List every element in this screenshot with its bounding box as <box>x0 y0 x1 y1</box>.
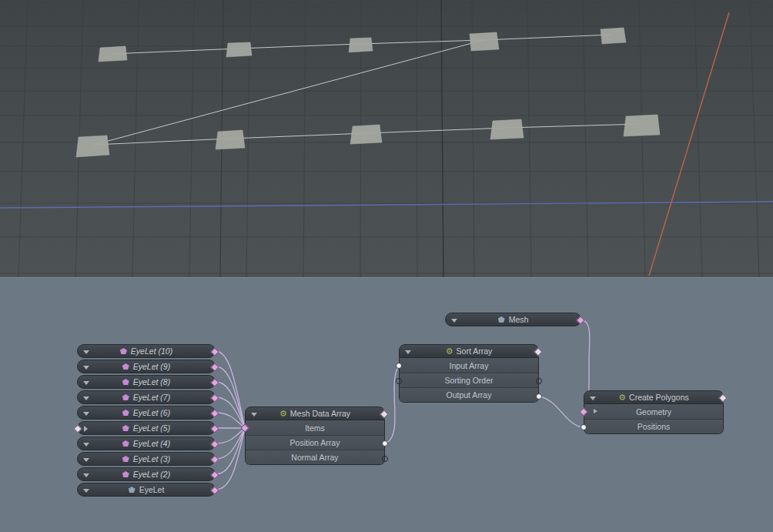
expand-subports-triangle-icon[interactable] <box>594 409 597 413</box>
port-label: Positions <box>637 422 671 431</box>
viewport-canvas[interactable] <box>0 0 773 277</box>
gear-icon: ⚙ <box>446 347 453 356</box>
mesh-instance-icon <box>122 456 129 462</box>
wire-positionarray-inputarray <box>385 366 399 443</box>
node-eyelet[interactable]: EyeLet <box>77 483 216 497</box>
node-title: Create Polygons <box>629 393 689 402</box>
collapse-triangle-icon[interactable] <box>83 381 89 385</box>
port-input-array[interactable]: Input Array <box>400 358 538 373</box>
collapse-triangle-icon[interactable] <box>83 473 89 477</box>
node-eyelet-8[interactable]: EyeLet (8) <box>77 375 216 389</box>
node-title: Mesh <box>509 315 529 324</box>
mesh-instance-icon <box>122 471 129 477</box>
collapse-triangle-icon[interactable] <box>451 319 457 323</box>
port-label: Input Array <box>450 361 489 370</box>
mesh-instance-icon <box>120 348 127 354</box>
wire-eyelet2-items <box>216 428 245 474</box>
node-title: Sort Array <box>457 346 493 356</box>
collapse-triangle-icon[interactable] <box>83 366 89 370</box>
node-eyelet-4[interactable]: EyeLet (4) <box>77 437 216 450</box>
mesh-instance-icon <box>122 410 129 416</box>
node-title: EyeLet (6) <box>133 408 170 417</box>
node-eyelet-2[interactable]: EyeLet (2) <box>77 467 216 481</box>
port-label: Normal Array <box>291 453 338 462</box>
port-items[interactable]: Items <box>246 420 384 435</box>
sorting-order-connector-circle[interactable] <box>536 378 542 384</box>
collapse-triangle-icon[interactable] <box>590 396 596 400</box>
mesh-instance-icon <box>122 363 129 370</box>
node-sort-array[interactable]: ⚙ Sort Array Input Array Sorting Order O… <box>399 344 539 403</box>
node-eyelet-6[interactable]: EyeLet (6) <box>77 406 216 420</box>
mesh-icon <box>498 316 505 323</box>
node-title: EyeLet (4) <box>133 439 170 448</box>
sorting-order-left-connector-circle[interactable] <box>396 378 402 384</box>
node-title: EyeLet <box>139 485 165 494</box>
wire-outputarray-positions <box>539 396 584 427</box>
normal-array-connector-circle[interactable] <box>382 456 388 462</box>
mesh-instance-icon <box>122 394 129 400</box>
node-mesh-data-array[interactable]: ⚙ Mesh Data Array Items Position Array N… <box>245 407 385 465</box>
port-label: Items <box>305 423 325 433</box>
node-eyelet-9[interactable]: EyeLet (9) <box>77 360 216 373</box>
viewport-3d[interactable] <box>0 0 773 277</box>
collapse-triangle-icon[interactable] <box>83 412 89 416</box>
port-label: Position Array <box>290 438 340 447</box>
mesh-instance-icon <box>122 440 129 447</box>
node-title: Mesh Data Array <box>290 409 350 418</box>
node-eyelet-10[interactable]: EyeLet (10) <box>77 344 216 358</box>
port-positions[interactable]: Positions <box>584 419 723 433</box>
port-geometry[interactable]: Geometry <box>584 404 723 419</box>
node-create-polygons[interactable]: ⚙ Create Polygons Geometry Positions <box>584 390 724 434</box>
mesh-instance-icon <box>122 379 129 385</box>
collapse-triangle-icon[interactable] <box>83 443 89 447</box>
node-title: EyeLet (8) <box>133 377 170 386</box>
port-normal-array[interactable]: Normal Array <box>246 450 384 464</box>
node-title: EyeLet (3) <box>133 454 170 463</box>
mesh-icon <box>129 487 136 493</box>
schematic-panel[interactable]: EyeLet (10) EyeLet (9) EyeLet (8) EyeLet… <box>0 277 773 532</box>
node-title: EyeLet (2) <box>133 470 170 479</box>
application-window: EyeLet (10) EyeLet (9) EyeLet (8) EyeLet… <box>0 0 773 532</box>
collapse-triangle-icon[interactable] <box>83 489 89 493</box>
output-array-connector-circle[interactable] <box>536 393 542 400</box>
collapse-triangle-icon[interactable] <box>83 396 89 400</box>
node-title: EyeLet (9) <box>133 362 170 371</box>
positions-connector-circle[interactable] <box>581 424 587 430</box>
position-array-connector-circle[interactable] <box>382 440 388 447</box>
collapse-triangle-icon[interactable] <box>405 350 411 354</box>
port-label: Output Array <box>447 390 492 400</box>
collapse-triangle-icon[interactable] <box>83 458 89 462</box>
mesh-instance-icon <box>122 425 129 431</box>
collapse-triangle-icon[interactable] <box>83 350 89 354</box>
node-eyelet-7[interactable]: EyeLet (7) <box>77 390 216 404</box>
port-output-array[interactable]: Output Array <box>400 387 538 402</box>
port-label: Geometry <box>636 407 671 417</box>
port-label: Sorting Order <box>444 376 493 385</box>
node-title: EyeLet (10) <box>131 346 172 356</box>
port-position-array[interactable]: Position Array <box>246 435 384 450</box>
gear-icon: ⚙ <box>618 393 626 402</box>
collapse-triangle-icon[interactable] <box>251 413 257 417</box>
node-eyelet-3[interactable]: EyeLet (3) <box>77 452 216 466</box>
port-sorting-order[interactable]: Sorting Order <box>400 373 538 387</box>
node-eyelet-5[interactable]: EyeLet (5) <box>77 421 216 435</box>
node-mesh[interactable]: Mesh <box>445 313 581 326</box>
expand-triangle-icon[interactable] <box>84 426 88 432</box>
gear-icon: ⚙ <box>279 410 287 418</box>
node-title: EyeLet (5) <box>133 423 170 433</box>
input-array-connector-circle[interactable] <box>396 363 402 369</box>
node-title: EyeLet (7) <box>133 393 170 402</box>
